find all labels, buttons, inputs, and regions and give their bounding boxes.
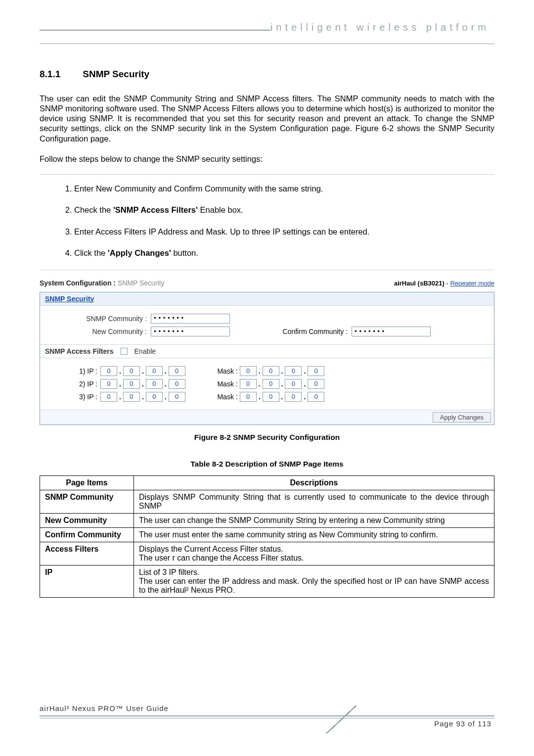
table-row: New Community The user can change the SN…	[40, 513, 494, 527]
cell-val: The user must enter the same community s…	[134, 527, 494, 542]
cell-val: Displays the Current Access Filter statu…	[134, 542, 494, 565]
header-tagline: intelligent wireless platform	[270, 22, 494, 33]
cell-val: Displays SNMP Community String that is c…	[134, 490, 494, 513]
apply-changes-button[interactable]: Apply Changes	[433, 412, 491, 423]
mode-link[interactable]: Repeater mode	[450, 280, 494, 287]
mask3-oct1[interactable]	[240, 392, 257, 402]
confirm-community-label: Confirm Community :	[259, 328, 348, 335]
new-community-label: New Community :	[48, 328, 147, 335]
mask2-oct4[interactable]	[308, 379, 324, 389]
snmp-community-value: •••••••	[151, 314, 230, 324]
step-4-post: button.	[171, 248, 198, 257]
mask2-label: Mask :	[205, 380, 240, 388]
step-2: Check the 'SNMP Access Filters' Enable b…	[74, 205, 494, 215]
cell-key: Confirm Community	[40, 527, 134, 542]
ip2-oct4[interactable]	[169, 379, 185, 389]
step-2-pre: Check the	[74, 205, 113, 214]
table-row: IP List of 3 IP filters. The user can en…	[40, 565, 494, 597]
device-info: airHaul (sB3021) - Repeater mode	[394, 280, 494, 287]
config-screenshot: System Configuration : SNMP Security air…	[40, 279, 494, 425]
ip1-oct1[interactable]	[100, 366, 117, 376]
ip2-oct3[interactable]	[146, 379, 163, 389]
ip2-oct1[interactable]	[100, 379, 117, 389]
intro-paragraph: The user can edit the SNMP Community Str…	[40, 94, 494, 143]
ip3-label: 3) IP :	[48, 393, 100, 401]
ip3-oct4[interactable]	[169, 392, 185, 402]
steps-intro: Follow the steps below to change the SNM…	[40, 154, 494, 164]
figure-caption: Figure 8-2 SNMP Security Configuration	[40, 433, 494, 442]
footer-product: airHaul² Nexus PRO™ User Guide	[40, 704, 494, 712]
ip-row-2: 2) IP : . . . Mask : . . .	[48, 379, 486, 389]
table-row: Access Filters Displays the Current Acce…	[40, 542, 494, 565]
mask2-oct2[interactable]	[263, 379, 279, 389]
mask3-oct3[interactable]	[285, 392, 302, 402]
footer-slash-icon	[326, 706, 356, 733]
ip1-oct3[interactable]	[146, 366, 163, 376]
mask1-oct4[interactable]	[308, 366, 324, 376]
mask1-oct3[interactable]	[285, 366, 302, 376]
description-table: Page Items Descriptions SNMP Community D…	[40, 475, 494, 598]
mask1-oct1[interactable]	[240, 366, 257, 376]
ip2-oct2[interactable]	[123, 379, 140, 389]
cell-key: New Community	[40, 513, 134, 527]
device-name: airHaul (sB3021)	[394, 280, 445, 287]
step-2-post: Enable box.	[198, 205, 243, 214]
mask2-oct1[interactable]	[240, 379, 257, 389]
mask3-oct4[interactable]	[308, 392, 324, 402]
shot-title: System Configuration :	[40, 279, 116, 287]
th-page-items: Page Items	[40, 475, 134, 490]
ip3-oct1[interactable]	[100, 392, 117, 402]
section-heading: 8.1.1 SNMP Security	[40, 69, 494, 80]
th-descriptions: Descriptions	[134, 475, 494, 490]
mask1-oct2[interactable]	[263, 366, 279, 376]
step-4-pre: Click the	[74, 248, 108, 257]
table-row: Confirm Community The user must enter th…	[40, 527, 494, 542]
step-4: Click the 'Apply Changes' button.	[74, 248, 494, 258]
table-row: SNMP Community Displays SNMP Community S…	[40, 490, 494, 513]
ip2-label: 2) IP :	[48, 380, 100, 388]
new-community-input[interactable]	[151, 327, 230, 336]
table-caption: Table 8-2 Description of SNMP Page Items	[40, 460, 494, 469]
ip3-oct3[interactable]	[146, 392, 163, 402]
enable-label: Enable	[134, 347, 156, 355]
cell-val: The user can change the SNMP Community S…	[134, 513, 494, 527]
mask3-label: Mask :	[205, 393, 240, 401]
ip3-oct2[interactable]	[123, 392, 140, 402]
cell-key: IP	[40, 565, 134, 597]
cell-key: Access Filters	[40, 542, 134, 565]
step-2-bold: 'SNMP Access Filters'	[113, 205, 198, 214]
filters-heading: SNMP Access Filters	[45, 347, 114, 355]
section-title: SNMP Security	[83, 69, 149, 79]
cell-key: SNMP Community	[40, 490, 134, 513]
enable-checkbox[interactable]	[121, 348, 128, 355]
shot-subtitle: SNMP Security	[118, 279, 165, 287]
ip1-oct4[interactable]	[169, 366, 185, 376]
panel-header-link[interactable]: SNMP Security	[40, 292, 494, 306]
confirm-community-input[interactable]	[352, 327, 431, 336]
divider	[40, 270, 494, 270]
mask2-oct3[interactable]	[285, 379, 302, 389]
mask1-label: Mask :	[205, 367, 240, 375]
steps-list: Enter New Community and Confirm Communit…	[74, 184, 494, 259]
ip1-oct2[interactable]	[123, 366, 140, 376]
cell-val: List of 3 IP filters. The user can enter…	[134, 565, 494, 597]
ip1-label: 1) IP :	[48, 367, 100, 375]
step-3: Enter Access Filters IP Address and Mask…	[74, 227, 494, 237]
divider	[40, 174, 494, 175]
snmp-community-label: SNMP Community :	[48, 315, 147, 323]
ip-row-3: 3) IP : . . . Mask : . . .	[48, 392, 486, 402]
ip-row-1: 1) IP : . . . Mask : . . .	[48, 366, 486, 376]
step-1: Enter New Community and Confirm Communit…	[74, 184, 494, 194]
page-number: Page 93 of 113	[434, 719, 491, 728]
section-number: 8.1.1	[40, 69, 80, 80]
mask3-oct2[interactable]	[263, 392, 279, 402]
step-4-bold: 'Apply Changes'	[108, 248, 171, 257]
